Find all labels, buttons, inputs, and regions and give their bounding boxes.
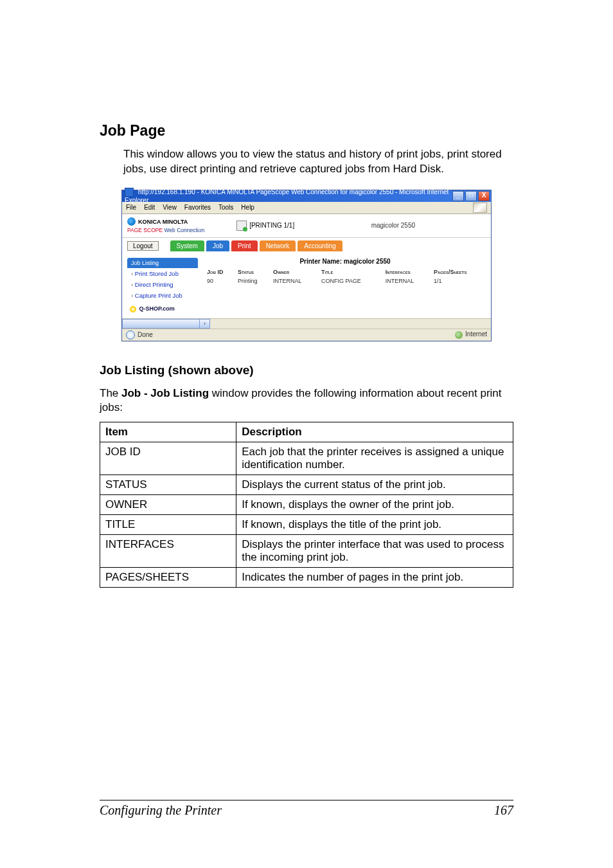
scroll-thumb[interactable] (122, 319, 200, 329)
nav-item-direct-printing[interactable]: Direct Printing (127, 279, 198, 290)
status-done: Done (126, 330, 153, 339)
col-owner: Owner (271, 267, 319, 276)
info-table: Item Description JOB IDEach job that the… (100, 422, 513, 588)
table-row: STATUSDisplays the current status of the… (100, 475, 513, 495)
col-status: Status (235, 267, 271, 276)
maximize-button[interactable]: □ (465, 191, 477, 201)
product-label: PAGE SCOPE Web Connection (127, 227, 204, 233)
brand-name: KONICA MINOLTA (138, 219, 188, 225)
qshop-link[interactable]: Q-SHOP.com (127, 305, 177, 313)
scroll-right-arrow[interactable]: › (199, 319, 210, 329)
subsection-heading: Job Listing (shown above) (100, 363, 513, 377)
main-content: Printer Name: magicolor 2550 Job ID Stat… (204, 258, 486, 313)
ie-throbber-icon (473, 203, 487, 213)
col-interfaces: Interfaces (383, 267, 431, 276)
menu-edit[interactable]: Edit (144, 204, 155, 211)
menu-favorites[interactable]: Favorites (184, 204, 211, 211)
printer-name-label: Printer Name: magicolor 2550 (204, 258, 486, 265)
table-row: PAGES/SHEETSIndicates the number of page… (100, 568, 513, 588)
menu-help[interactable]: Help (241, 204, 254, 211)
close-button[interactable]: X (478, 191, 490, 201)
brand-logo: KONICA MINOLTA (127, 217, 204, 226)
window-title: http://192.168.1.190 - KONICA MINOLTA Pa… (125, 188, 449, 204)
printer-icon (236, 221, 247, 231)
nav-item-capture-print-job[interactable]: Capture Print Job (127, 290, 198, 301)
col-item: Item (100, 422, 236, 442)
status-zone: Internet (455, 330, 487, 338)
table-row: JOB IDEach job that the printer receives… (100, 442, 513, 475)
logout-button[interactable]: Logout (127, 241, 159, 251)
page-footer: Configuring the Printer 167 (100, 800, 513, 818)
km-globe-icon (127, 217, 136, 226)
listing-description: The Job - Job Listing window provides th… (100, 386, 513, 416)
job-listing-table: Job ID Status Owner Title Interfaces Pag… (204, 267, 486, 285)
table-row: 90 Printing INTERNAL CONFIG PAGE INTERNA… (204, 276, 486, 285)
status-text: [PRINTING 1/1] (249, 222, 294, 229)
ie-icon (125, 188, 134, 197)
qshop-icon (130, 306, 136, 312)
page-number: 167 (494, 803, 513, 818)
menu-tools[interactable]: Tools (218, 204, 233, 211)
tab-network[interactable]: Network (260, 240, 296, 251)
page-header: KONICA MINOLTA PAGE SCOPE Web Connection… (122, 214, 491, 238)
window-buttons: _ □ X (452, 191, 490, 201)
tabs-row: Logout System Job Print Network Accounti… (122, 238, 491, 255)
nav-header: Job Listing (127, 258, 198, 268)
tab-accounting[interactable]: Accounting (298, 240, 342, 251)
menu-file[interactable]: File (126, 204, 136, 211)
table-row: TITLEIf known, displays the title of the… (100, 515, 513, 535)
footer-title: Configuring the Printer (100, 803, 222, 818)
horizontal-scrollbar[interactable]: › (122, 318, 491, 329)
menu-view[interactable]: View (163, 204, 177, 211)
left-nav: Job Listing Print Stored Job Direct Prin… (127, 258, 198, 313)
col-jobid: Job ID (204, 267, 235, 276)
tab-job[interactable]: Job (206, 240, 229, 251)
tab-system[interactable]: System (170, 240, 204, 251)
col-pages: Pages/Sheets (431, 267, 486, 276)
nav-item-print-stored-job[interactable]: Print Stored Job (127, 268, 198, 279)
printer-status: [PRINTING 1/1] (236, 221, 294, 231)
table-row: OWNERIf known, displays the owner of the… (100, 495, 513, 515)
section-intro: This window allows you to view the statu… (123, 147, 513, 177)
col-description: Description (236, 422, 513, 442)
model-name: magicolor 2550 (371, 222, 415, 229)
ie-statusbar: Done Internet (122, 329, 491, 341)
tab-print[interactable]: Print (231, 240, 258, 251)
table-row: INTERFACESDisplays the printer interface… (100, 535, 513, 568)
window-titlebar: http://192.168.1.190 - KONICA MINOLTA Pa… (122, 190, 491, 202)
minimize-button[interactable]: _ (452, 191, 464, 201)
section-heading: Job Page (100, 122, 513, 140)
screenshot: http://192.168.1.190 - KONICA MINOLTA Pa… (121, 190, 492, 341)
col-title: Title (319, 267, 383, 276)
